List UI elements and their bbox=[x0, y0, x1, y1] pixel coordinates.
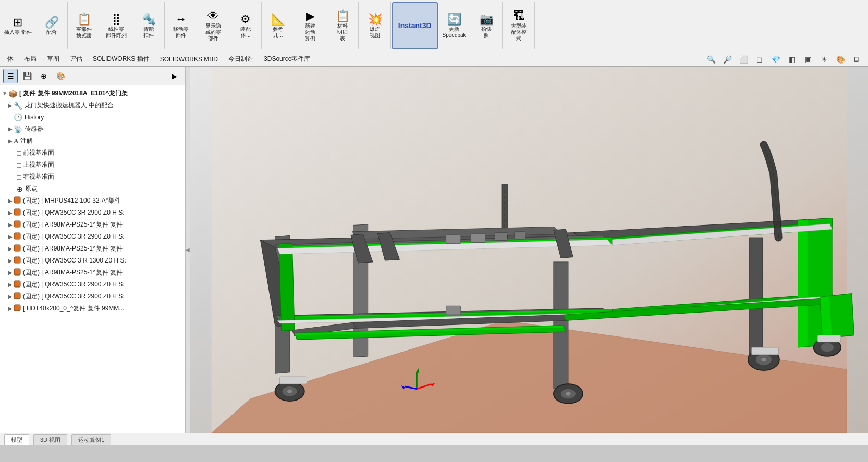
color-icon[interactable]: 🎨 bbox=[833, 53, 848, 66]
toolbar-show-hide[interactable]: 👁 显示隐藏的零部件 bbox=[198, 2, 229, 49]
new-motion-icon: ▶ bbox=[306, 10, 315, 22]
monitor-icon[interactable]: 🖥 bbox=[849, 53, 864, 66]
bom-icon: 📋 bbox=[336, 10, 350, 22]
view-icon[interactable]: ◻ bbox=[752, 53, 767, 66]
tree-item-asm[interactable]: ▶ 🔧 龙门架快速搬运机器人 中的配合 bbox=[0, 99, 185, 111]
right-plane-label: 右视基准面 bbox=[23, 172, 54, 181]
toolbar-large-assembly[interactable]: 🏗 大型装配体模式 bbox=[504, 2, 535, 49]
menu-ti[interactable]: 体 bbox=[2, 53, 19, 66]
tree-item-part2[interactable]: ▶ (固定) [ QRW35CC 3R 2900 Z0 H S: bbox=[0, 207, 185, 219]
notes-arrow: ▶ bbox=[8, 138, 13, 144]
toolbar-linear-array[interactable]: ⣿ 线性零部件阵列 bbox=[101, 2, 132, 49]
part6-icon bbox=[14, 256, 21, 265]
linear-array-icon: ⣿ bbox=[112, 14, 120, 25]
part4-arrow: ▶ bbox=[8, 234, 13, 240]
toolbar-explode[interactable]: 💥 爆炸视图 bbox=[360, 2, 391, 49]
asm-arrow: ▶ bbox=[8, 103, 13, 108]
tree-item-part6[interactable]: ▶ (固定) [ QRW35CC 3 R 1300 Z0 H S: bbox=[0, 255, 185, 267]
display-icon[interactable]: 💎 bbox=[768, 53, 783, 66]
search-icon[interactable]: 🔍 bbox=[704, 53, 718, 66]
statusbar-tab-model[interactable]: 模型 bbox=[4, 434, 29, 445]
reference-icon: 📐 bbox=[271, 14, 285, 25]
lp-save-btn[interactable]: 💾 bbox=[20, 69, 34, 83]
statusbar: 模型 3D 视图 运动算例1 bbox=[0, 433, 868, 445]
insert-part-icon: ⊞ bbox=[13, 17, 22, 28]
toolbar-instant3d[interactable]: Instant3D bbox=[392, 2, 438, 49]
statusbar-tab-3dview[interactable]: 3D 视图 bbox=[33, 434, 67, 445]
tree-item-part10[interactable]: ▶ [ HDT40x200_0_^复件 复件 99MM... bbox=[0, 303, 185, 315]
toolbar-smart-mate[interactable]: 🔩 智能扣件 bbox=[133, 2, 165, 49]
menu-3dsource[interactable]: 3DSource零件库 bbox=[259, 53, 315, 66]
tree-view[interactable]: ▼ 📦 [ 复件 复件 99MM2018A_E101^龙门架 ▶ 🔧 龙门架快速… bbox=[0, 85, 185, 433]
menu-today-make[interactable]: 今日制造 bbox=[223, 53, 259, 66]
menu-sketch[interactable]: 草图 bbox=[42, 53, 65, 66]
section-icon[interactable]: ◧ bbox=[785, 53, 799, 66]
lp-color-btn[interactable]: 🎨 bbox=[53, 69, 68, 83]
new-motion-label: 新建运动算例 bbox=[305, 23, 315, 42]
svg-rect-4 bbox=[14, 245, 20, 251]
hide-lines-icon[interactable]: ▣ bbox=[801, 53, 815, 66]
tree-item-sensors[interactable]: ▶ 📡 传感器 bbox=[0, 123, 185, 135]
svg-point-52 bbox=[566, 392, 570, 395]
tree-item-part1[interactable]: ▶ (固定) [ MHPUS412-100-32-A^架件 bbox=[0, 195, 185, 207]
toolbar-mate[interactable]: 🔗 配合 bbox=[36, 2, 68, 49]
assemble-icon: ⚙ bbox=[240, 14, 251, 25]
toolbar-insert-part[interactable]: ⊞ 插入零 部件 bbox=[1, 2, 35, 49]
menu-evaluate[interactable]: 评估 bbox=[65, 53, 88, 66]
photo-icon: 📷 bbox=[480, 14, 494, 25]
svg-rect-5 bbox=[14, 257, 20, 263]
search2-icon[interactable]: 🔎 bbox=[720, 53, 735, 66]
toolbar-part-preview[interactable]: 📋 零部件预览册 bbox=[69, 2, 100, 49]
part9-label: (固定) [ QRW35CC 3R 2900 Z0 H S: bbox=[23, 292, 125, 301]
right-plane-icon: □ bbox=[17, 173, 21, 181]
toolbar-reference[interactable]: 📐 参考几... bbox=[263, 2, 294, 49]
svg-rect-60 bbox=[817, 335, 841, 342]
tree-item-part9[interactable]: ▶ (固定) [ QRW35CC 3R 2900 Z0 H S: bbox=[0, 291, 185, 303]
tree-item-front-plane[interactable]: ▶ □ 前视基准面 bbox=[0, 147, 185, 159]
large-assembly-label: 大型装配体模式 bbox=[511, 23, 527, 42]
tree-item-root[interactable]: ▼ 📦 [ 复件 复件 99MM2018A_E101^龙门架 bbox=[0, 88, 185, 99]
svg-rect-7 bbox=[14, 281, 20, 287]
tree-item-part3[interactable]: ▶ (固定) [ AR98MA-PS25-1^复件 复件 bbox=[0, 219, 185, 231]
show-hide-icon: 👁 bbox=[207, 10, 219, 22]
asm-label: 龙门架快速搬运机器人 中的配合 bbox=[25, 101, 114, 110]
tree-item-history[interactable]: ▶ 🕐 History bbox=[0, 111, 185, 123]
part2-arrow: ▶ bbox=[8, 210, 13, 216]
tree-item-origin[interactable]: ▶ ⊕ 原点 bbox=[0, 183, 185, 195]
toolbar-move-part[interactable]: ↔ 移动零部件 bbox=[166, 2, 197, 49]
part1-label: (固定) [ MHPUS412-100-32-A^架件 bbox=[23, 196, 121, 205]
part5-icon bbox=[14, 244, 21, 253]
tree-item-part8[interactable]: ▶ (固定) [ QRW35CC 3R 2900 Z0 H S: bbox=[0, 279, 185, 291]
lp-origin-btn[interactable]: ⊕ bbox=[36, 69, 51, 83]
viewport[interactable] bbox=[190, 67, 868, 433]
toolbar-assemble[interactable]: ⚙ 装配体... bbox=[230, 2, 262, 49]
toolbar-update[interactable]: 🔄 更新Speedpak bbox=[439, 2, 470, 49]
toolbar-new-motion[interactable]: ▶ 新建运动算例 bbox=[295, 2, 326, 49]
mate-icon: 🔗 bbox=[45, 17, 59, 28]
part-preview-icon: 📋 bbox=[77, 14, 91, 25]
light-icon[interactable]: ☀ bbox=[817, 53, 832, 66]
panel-resize-handle[interactable]: ◀ bbox=[185, 67, 190, 433]
snap-icon[interactable]: ⬜ bbox=[736, 53, 751, 66]
tree-item-notes[interactable]: ▶ A 注解 bbox=[0, 135, 185, 147]
tree-item-right-plane[interactable]: ▶ □ 右视基准面 bbox=[0, 171, 185, 183]
lp-expand-btn[interactable]: ▶ bbox=[167, 69, 181, 83]
top-plane-label: 上视基准面 bbox=[23, 160, 54, 169]
statusbar-tab-motion[interactable]: 运动算例1 bbox=[71, 434, 111, 445]
svg-point-49 bbox=[287, 390, 292, 393]
menu-sw-plugins[interactable]: SOLIDWORKS 插件 bbox=[88, 53, 155, 66]
tree-item-part4[interactable]: ▶ (固定) [ QRW35CC 3R 2900 Z0 H S: bbox=[0, 231, 185, 243]
toolbar-photo[interactable]: 📷 拍快照 bbox=[471, 2, 503, 49]
sensors-icon: 📡 bbox=[14, 125, 22, 133]
menu-layout[interactable]: 布局 bbox=[19, 53, 42, 66]
insert-part-label: 插入零 部件 bbox=[4, 29, 32, 35]
svg-marker-30 bbox=[798, 219, 808, 347]
reference-label: 参考几... bbox=[273, 26, 283, 39]
tree-item-part5[interactable]: ▶ (固定) [ AR98MA-PS25-1^复件 复件 bbox=[0, 243, 185, 255]
lp-tree-btn[interactable]: ☰ bbox=[3, 69, 18, 83]
menu-sw-mbd[interactable]: SOLIDWORKS MBD bbox=[155, 54, 223, 65]
tree-item-part7[interactable]: ▶ (固定) [ AR98MA-PS25-1^复件 复件 bbox=[0, 267, 185, 279]
explode-icon: 💥 bbox=[368, 14, 382, 25]
tree-item-top-plane[interactable]: ▶ □ 上视基准面 bbox=[0, 159, 185, 171]
toolbar-bom[interactable]: 📋 材料明细表 bbox=[327, 2, 359, 49]
